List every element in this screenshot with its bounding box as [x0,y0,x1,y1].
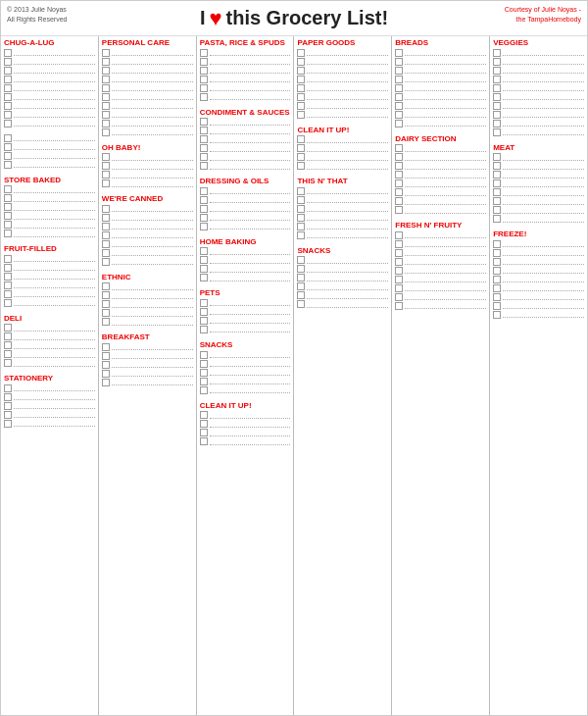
checkbox[interactable] [297,300,305,308]
checkbox[interactable] [102,171,110,179]
checkbox[interactable] [395,249,403,257]
checkbox[interactable] [102,179,110,187]
checkbox[interactable] [102,240,110,248]
checkbox[interactable] [102,343,110,351]
checkbox[interactable] [297,214,305,222]
checkbox[interactable] [102,205,110,213]
checkbox[interactable] [4,384,12,392]
checkbox[interactable] [493,276,501,283]
checkbox[interactable] [4,350,12,358]
checkbox[interactable] [102,76,110,83]
checkbox[interactable] [297,223,305,230]
checkbox[interactable] [4,49,12,57]
checkbox[interactable] [200,84,208,92]
checkbox[interactable] [493,76,501,83]
checkbox[interactable] [4,290,12,298]
checkbox[interactable] [4,134,12,142]
checkbox[interactable] [493,111,501,119]
checkbox[interactable] [102,379,110,386]
checkbox[interactable] [395,197,403,205]
checkbox[interactable] [493,49,501,57]
checkbox[interactable] [200,429,208,436]
checkbox[interactable] [493,293,501,301]
checkbox[interactable] [493,197,501,205]
checkbox[interactable] [4,203,12,211]
checkbox[interactable] [297,111,305,119]
checkbox[interactable] [200,299,208,307]
checkbox[interactable] [493,258,501,266]
checkbox[interactable] [200,437,208,445]
checkbox[interactable] [102,214,110,222]
checkbox[interactable] [200,214,208,222]
checkbox[interactable] [200,420,208,428]
checkbox[interactable] [4,152,12,160]
checkbox[interactable] [4,324,12,332]
checkbox[interactable] [297,196,305,204]
checkbox[interactable] [395,76,403,83]
checkbox[interactable] [4,212,12,220]
checkbox[interactable] [102,370,110,378]
checkbox[interactable] [4,221,12,229]
checkbox[interactable] [102,249,110,257]
checkbox[interactable] [395,67,403,75]
checkbox[interactable] [493,120,501,128]
checkbox[interactable] [4,194,12,202]
checkbox[interactable] [200,67,208,75]
checkbox[interactable] [493,215,501,223]
checkbox[interactable] [297,93,305,101]
checkbox[interactable] [4,273,12,281]
checkbox[interactable] [200,223,208,230]
checkbox[interactable] [102,291,110,299]
checkbox[interactable] [4,185,12,193]
checkbox[interactable] [200,135,208,143]
checkbox[interactable] [297,76,305,83]
checkbox[interactable] [200,162,208,170]
checkbox[interactable] [395,258,403,266]
checkbox[interactable] [297,58,305,66]
checkbox[interactable] [4,264,12,272]
checkbox[interactable] [102,309,110,317]
checkbox[interactable] [493,67,501,75]
checkbox[interactable] [297,231,305,239]
checkbox[interactable] [395,284,403,292]
checkbox[interactable] [297,162,305,170]
checkbox[interactable] [200,265,208,273]
checkbox[interactable] [395,153,403,161]
checkbox[interactable] [4,411,12,419]
checkbox[interactable] [395,302,403,310]
checkbox[interactable] [493,128,501,136]
checkbox[interactable] [297,291,305,299]
checkbox[interactable] [395,267,403,275]
checkbox[interactable] [102,102,110,110]
checkbox[interactable] [493,84,501,92]
checkbox[interactable] [493,284,501,292]
checkbox[interactable] [395,276,403,283]
checkbox[interactable] [102,231,110,239]
checkbox[interactable] [395,171,403,179]
checkbox[interactable] [200,49,208,57]
checkbox[interactable] [4,420,12,428]
checkbox[interactable] [4,102,12,110]
checkbox[interactable] [4,120,12,128]
checkbox[interactable] [297,205,305,213]
checkbox[interactable] [395,144,403,152]
checkbox[interactable] [297,144,305,152]
checkbox[interactable] [200,369,208,377]
checkbox[interactable] [102,153,110,161]
checkbox[interactable] [200,196,208,204]
checkbox[interactable] [200,326,208,333]
checkbox[interactable] [493,153,501,161]
checkbox[interactable] [200,317,208,325]
checkbox[interactable] [297,49,305,57]
checkbox[interactable] [297,265,305,273]
checkbox[interactable] [102,93,110,101]
checkbox[interactable] [102,67,110,75]
checkbox[interactable] [200,76,208,83]
checkbox[interactable] [4,161,12,169]
checkbox[interactable] [493,162,501,170]
checkbox[interactable] [200,308,208,316]
checkbox[interactable] [102,223,110,230]
checkbox[interactable] [493,302,501,310]
checkbox[interactable] [297,274,305,281]
checkbox[interactable] [297,153,305,161]
